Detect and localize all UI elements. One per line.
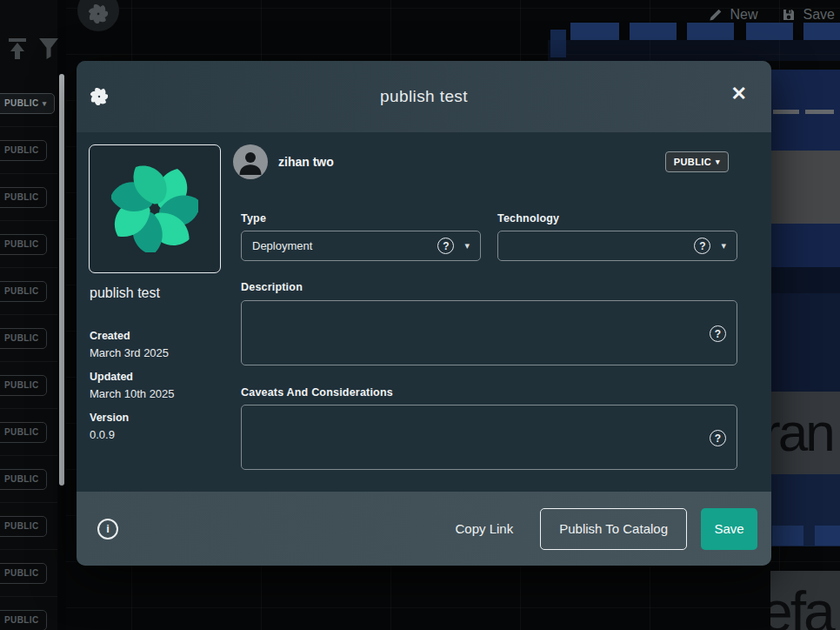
bg-dash — [773, 110, 799, 114]
person-icon — [233, 144, 268, 179]
caveats-input[interactable] — [242, 405, 737, 469]
updated-value: March 10th 2025 — [90, 387, 175, 400]
visibility-badge[interactable]: PUBLIC ▾ — [0, 93, 55, 114]
copy-link-button[interactable]: Copy Link — [455, 521, 513, 536]
visibility-value: PUBLIC — [674, 157, 711, 167]
bg-tab — [570, 23, 619, 40]
visibility-badge[interactable]: PUBLIC — [0, 563, 47, 584]
visibility-badge[interactable]: PUBLIC — [0, 140, 47, 161]
asset-thumbnail — [89, 144, 221, 273]
owner-name: zihan two — [278, 155, 334, 169]
description-field-wrap: ? — [241, 300, 737, 365]
bg-strip — [548, 40, 840, 61]
sidebar-row: PUBLIC — [0, 268, 57, 315]
app-logo-icon — [90, 88, 108, 109]
sidebar-list: PUBLIC ▾ PUBLIC PUBLIC PUBLIC — [0, 80, 57, 630]
save-button[interactable]: Save — [701, 508, 757, 550]
visibility-badge-label: PUBLIC — [4, 239, 39, 249]
version-label: Version — [90, 412, 175, 424]
new-label: New — [730, 7, 758, 23]
bg-navy-block — [770, 293, 840, 392]
description-input[interactable] — [242, 301, 737, 365]
bg-text-card: efa — [770, 571, 840, 630]
sidebar-row: PUBLIC — [0, 456, 57, 503]
visibility-badge[interactable]: PUBLIC — [0, 281, 47, 302]
sidebar-row: PUBLIC — [0, 315, 57, 362]
sidebar-row: PUBLIC — [0, 597, 57, 630]
sidebar-row: PUBLIC ▾ — [0, 80, 57, 127]
bg-tab — [687, 23, 734, 40]
visibility-badge[interactable]: PUBLIC — [0, 469, 47, 490]
technology-select[interactable]: ? ▾ — [497, 231, 737, 261]
visibility-badge-label: PUBLIC — [4, 192, 39, 202]
spiral-icon — [89, 4, 108, 27]
bg-tab — [815, 526, 840, 546]
sidebar-row: PUBLIC — [0, 409, 57, 456]
close-icon[interactable]: ✕ — [731, 84, 747, 104]
description-label: Description — [241, 281, 303, 293]
help-icon[interactable]: ? — [437, 238, 454, 254]
asset-meta: Created March 3rd 2025 Updated March 10t… — [90, 318, 175, 441]
publish-to-catalog-button[interactable]: Publish To Catalog — [540, 508, 687, 550]
sidebar-row: PUBLIC — [0, 362, 57, 409]
visibility-badge-label: PUBLIC — [4, 615, 39, 625]
version-value: 0.0.9 — [90, 428, 175, 441]
bg-gray-block — [770, 151, 840, 224]
asset-name: publish test — [90, 285, 160, 301]
bg-dash — [805, 110, 834, 114]
help-icon[interactable]: ? — [710, 325, 726, 342]
bg-text-card: ran — [770, 392, 840, 474]
sidebar-row: PUBLIC — [0, 127, 57, 174]
sidebar-toolbar — [0, 31, 57, 70]
new-button[interactable]: New — [708, 7, 758, 23]
caveats-label: Caveats And Considerations — [241, 386, 393, 399]
chevron-down-icon: ▾ — [464, 240, 470, 251]
save-file-button[interactable]: Save — [781, 7, 835, 23]
sidebar-scrollbar[interactable] — [59, 74, 64, 486]
sidebar-row: PUBLIC — [0, 174, 57, 221]
modal-header: publish test ✕ — [77, 61, 771, 132]
owner-row: zihan two PUBLIC ▾ — [233, 144, 729, 179]
visibility-badge[interactable]: PUBLIC — [0, 422, 47, 443]
pencil-icon — [708, 7, 723, 23]
created-value: March 3rd 2025 — [90, 346, 175, 359]
bg-tab — [630, 23, 677, 40]
help-icon[interactable]: ? — [710, 430, 726, 446]
sidebar-row: PUBLIC — [0, 550, 57, 597]
type-select[interactable]: Deployment ? ▾ — [241, 231, 481, 261]
technology-label: Technology — [497, 212, 559, 225]
bg-card-title-fragment: ran — [770, 405, 833, 459]
filter-icon[interactable] — [38, 37, 59, 64]
avatar — [233, 144, 268, 179]
visibility-badge[interactable]: PUBLIC — [0, 516, 47, 537]
visibility-badge[interactable]: PUBLIC — [0, 610, 47, 630]
sidebar: PUBLIC ▾ PUBLIC PUBLIC PUBLIC — [0, 0, 57, 630]
visibility-badge-label: PUBLIC — [4, 333, 39, 343]
modal-title: publish test — [77, 87, 771, 106]
info-icon[interactable]: i — [97, 519, 118, 540]
bg-navy-block — [770, 224, 840, 267]
publish-modal: publish test ✕ publish test Created Marc… — [77, 61, 771, 566]
floppy-disk-icon — [781, 7, 797, 23]
bg-tab — [772, 526, 803, 546]
screen: ran efa New Save — [0, 0, 840, 630]
visibility-badge-label: PUBLIC — [4, 380, 39, 390]
sidebar-row: PUBLIC — [0, 503, 57, 550]
visibility-badge-label: PUBLIC — [4, 98, 39, 108]
modal-footer: i Copy Link Publish To Catalog Save — [77, 492, 771, 566]
type-label: Type — [241, 212, 266, 225]
caveats-field-wrap: ? — [241, 405, 737, 470]
visibility-badge[interactable]: PUBLIC — [0, 234, 47, 255]
upload-icon[interactable] — [7, 37, 28, 64]
visibility-badge[interactable]: PUBLIC — [0, 375, 47, 396]
updated-label: Updated — [90, 371, 175, 383]
save-file-label: Save — [803, 7, 835, 23]
created-label: Created — [90, 330, 175, 342]
top-toolbar: New Save — [708, 7, 835, 23]
visibility-badge[interactable]: PUBLIC — [0, 328, 47, 349]
visibility-badge-label: PUBLIC — [4, 427, 39, 437]
visibility-dropdown[interactable]: PUBLIC ▾ — [665, 151, 729, 172]
help-icon[interactable]: ? — [694, 238, 710, 254]
visibility-badge[interactable]: PUBLIC — [0, 187, 47, 208]
visibility-badge-label: PUBLIC — [4, 568, 39, 578]
